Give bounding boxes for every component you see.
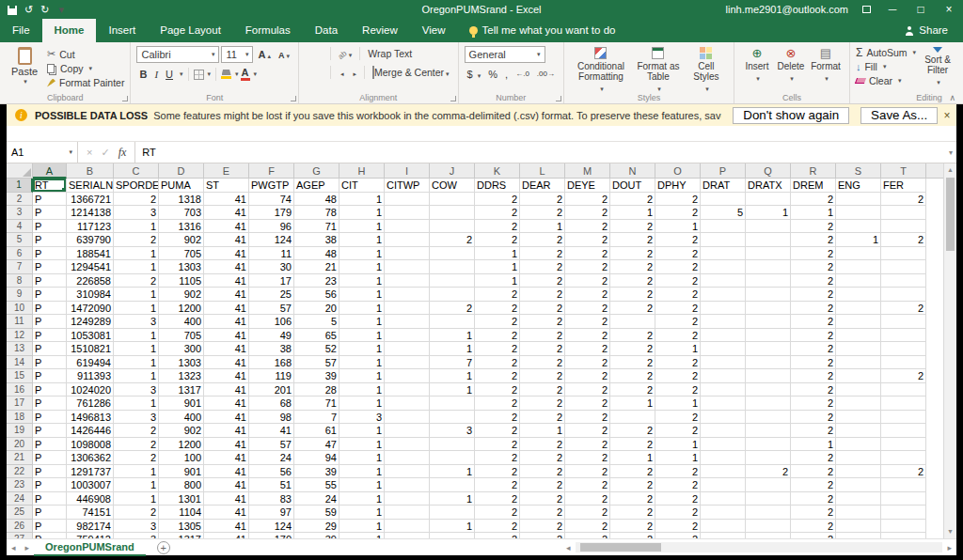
cell-M25[interactable]: 2 xyxy=(565,506,610,520)
cell-H4[interactable]: 1 xyxy=(339,220,385,234)
align-bottom-button[interactable] xyxy=(320,46,325,61)
cell-L12[interactable]: 2 xyxy=(520,329,565,343)
cell-O16[interactable]: 2 xyxy=(655,383,701,397)
cell-K15[interactable]: 2 xyxy=(475,369,520,383)
cell-C16[interactable]: 3 xyxy=(114,383,159,397)
sheet-grid[interactable]: ABCDEFGHIJKLMNOPQRST1RTSERIALNOSPORDERPU… xyxy=(7,163,943,538)
cell-N26[interactable]: 2 xyxy=(610,520,655,534)
cell-E8[interactable]: 41 xyxy=(204,274,249,288)
cell-J4[interactable] xyxy=(430,220,475,234)
cell-D23[interactable]: 800 xyxy=(159,478,204,492)
cell-R21[interactable]: 2 xyxy=(791,451,836,465)
column-header-H[interactable]: H xyxy=(339,163,385,179)
cell-H17[interactable]: 1 xyxy=(339,397,385,411)
column-header-O[interactable]: O xyxy=(655,163,701,179)
cell-H22[interactable]: 1 xyxy=(339,465,385,479)
cell-E6[interactable]: 41 xyxy=(204,247,249,261)
cell-D19[interactable]: 902 xyxy=(159,424,204,438)
cell-O13[interactable]: 1 xyxy=(655,342,701,356)
cell-P1[interactable]: DRAT xyxy=(701,179,746,193)
cell-O8[interactable]: 2 xyxy=(655,274,701,288)
cell-B12[interactable]: 1053081 xyxy=(67,329,114,343)
insert-function-icon[interactable]: fx xyxy=(118,146,127,160)
cell-E15[interactable]: 41 xyxy=(204,369,249,383)
cell-L17[interactable]: 2 xyxy=(520,397,565,411)
collapse-ribbon-icon[interactable]: ∧ xyxy=(949,93,955,102)
cell-I23[interactable] xyxy=(385,478,430,492)
row-header-4[interactable]: 4 xyxy=(7,220,33,234)
cell-C22[interactable]: 1 xyxy=(114,465,159,479)
cell-E18[interactable]: 41 xyxy=(204,411,249,425)
cell-B7[interactable]: 1294541 xyxy=(67,260,114,274)
horizontal-scrollbar-thumb[interactable] xyxy=(580,543,661,552)
cell-L26[interactable]: 2 xyxy=(520,520,565,534)
tell-me-box[interactable]: Tell me what you want to do xyxy=(458,19,627,42)
cell-I26[interactable] xyxy=(385,520,430,534)
format-cells-button[interactable]: ▤ Format ▾ xyxy=(808,45,844,84)
cell-A5[interactable]: P xyxy=(33,233,67,247)
cell-N1[interactable]: DOUT xyxy=(610,179,655,193)
cell-F27[interactable]: 170 xyxy=(249,533,294,538)
cell-H27[interactable]: 1 xyxy=(339,533,385,538)
cell-O7[interactable]: 2 xyxy=(655,260,701,274)
cell-K20[interactable]: 2 xyxy=(475,438,520,452)
cell-E7[interactable]: 41 xyxy=(204,260,249,274)
row-header-25[interactable]: 25 xyxy=(7,506,33,520)
horizontal-scrollbar-track[interactable] xyxy=(576,542,943,552)
cell-B3[interactable]: 1214138 xyxy=(67,206,114,220)
align-center-button[interactable] xyxy=(312,65,318,80)
cell-H3[interactable]: 1 xyxy=(339,206,385,220)
cell-N18[interactable] xyxy=(610,411,655,425)
cell-C14[interactable]: 1 xyxy=(114,356,159,370)
cell-K21[interactable]: 2 xyxy=(475,451,520,465)
cell-P3[interactable]: 5 xyxy=(701,206,746,220)
cell-T27[interactable] xyxy=(881,533,926,538)
cell-G24[interactable]: 24 xyxy=(294,492,339,506)
cell-D15[interactable]: 1323 xyxy=(159,369,204,383)
cell-R4[interactable]: 2 xyxy=(791,220,836,234)
cell-K14[interactable]: 2 xyxy=(475,356,520,370)
scroll-left-icon[interactable]: ◂ xyxy=(561,543,576,552)
cell-L13[interactable]: 2 xyxy=(520,342,565,356)
cell-E9[interactable]: 41 xyxy=(204,288,249,302)
cell-P8[interactable] xyxy=(701,274,746,288)
cell-I8[interactable] xyxy=(385,274,430,288)
cell-Q18[interactable] xyxy=(746,411,791,425)
cell-Q21[interactable] xyxy=(746,451,791,465)
cell-N16[interactable]: 2 xyxy=(610,383,655,397)
cell-M27[interactable]: 2 xyxy=(565,533,610,538)
cell-D18[interactable]: 400 xyxy=(159,411,204,425)
close-button[interactable]: × xyxy=(935,0,963,19)
accounting-format-button[interactable]: $ ▾ xyxy=(465,67,484,82)
cell-R27[interactable]: 2 xyxy=(791,533,836,538)
align-left-button[interactable] xyxy=(305,65,310,80)
cell-K3[interactable]: 2 xyxy=(475,206,520,220)
cell-N4[interactable]: 2 xyxy=(610,220,655,234)
cell-N14[interactable]: 2 xyxy=(610,356,655,370)
cell-G11[interactable]: 5 xyxy=(294,315,339,329)
cell-H15[interactable]: 1 xyxy=(339,369,385,383)
cell-A19[interactable]: P xyxy=(33,424,67,438)
cell-J11[interactable] xyxy=(430,315,475,329)
cell-G3[interactable]: 78 xyxy=(294,206,339,220)
scroll-up-icon[interactable]: ▲ xyxy=(944,163,956,177)
cell-I21[interactable] xyxy=(385,451,430,465)
column-header-D[interactable]: D xyxy=(159,163,204,179)
cell-K11[interactable]: 2 xyxy=(475,315,520,329)
cell-P23[interactable] xyxy=(701,478,746,492)
cell-Q17[interactable] xyxy=(746,397,791,411)
save-as-button[interactable]: Save As... xyxy=(860,107,938,124)
fill-color-button[interactable] xyxy=(221,70,231,79)
cell-Q14[interactable] xyxy=(746,356,791,370)
cell-T13[interactable] xyxy=(881,342,926,356)
cell-K24[interactable]: 2 xyxy=(475,492,520,506)
cell-J20[interactable] xyxy=(430,438,475,452)
cell-F20[interactable]: 57 xyxy=(249,438,294,452)
cell-H6[interactable]: 1 xyxy=(339,247,385,261)
cell-O20[interactable]: 1 xyxy=(655,438,701,452)
cell-P13[interactable] xyxy=(701,342,746,356)
cell-E3[interactable]: 41 xyxy=(204,206,249,220)
cell-S15[interactable] xyxy=(836,369,881,383)
cell-R17[interactable]: 2 xyxy=(791,397,836,411)
cell-P2[interactable] xyxy=(701,193,746,207)
